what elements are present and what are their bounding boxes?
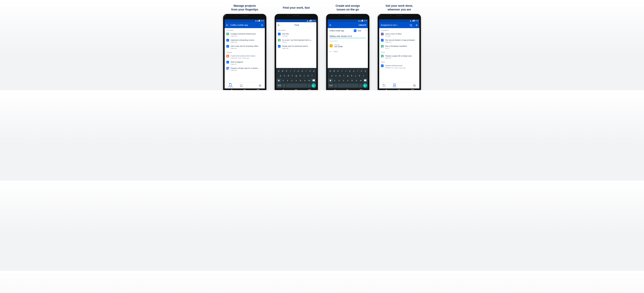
- key-p[interactable]: p0: [312, 69, 316, 73]
- issue-row[interactable]: Implement onboarding screensCMA-218: [225, 38, 265, 44]
- key-v[interactable]: v: [346, 79, 350, 82]
- description-input[interactable]: Description: [330, 40, 366, 42]
- issue-row[interactable]: Plan a Himalayan expeditionYETI-7: [379, 44, 419, 50]
- key-period[interactable]: .: [359, 84, 362, 87]
- key-b[interactable]: b: [350, 79, 354, 82]
- key-backspace[interactable]: [312, 79, 316, 82]
- add-icon[interactable]: [261, 24, 263, 26]
- clear-icon[interactable]: ×: [313, 24, 315, 27]
- key-j[interactable]: j: [354, 74, 358, 78]
- key-g[interactable]: g: [294, 74, 298, 78]
- key-j[interactable]: j: [302, 74, 306, 78]
- key-v[interactable]: v: [294, 79, 298, 82]
- key-f[interactable]: f: [342, 74, 346, 78]
- android-recent[interactable]: [308, 89, 311, 90]
- issue-row[interactable]: Write a blogpostCMA-211: [225, 60, 265, 66]
- issue-row[interactable]: Footer text contains inline stylesCMA-20…: [225, 54, 265, 60]
- key-h[interactable]: h: [298, 74, 302, 78]
- key-e[interactable]: e3: [284, 69, 288, 73]
- key-symbols[interactable]: ?123: [328, 84, 333, 87]
- key-q[interactable]: q1: [328, 69, 332, 73]
- key-i[interactable]: i8: [304, 69, 308, 73]
- nav-notifications[interactable]: [404, 85, 406, 87]
- key-a[interactable]: a: [330, 74, 334, 78]
- key-m[interactable]: m: [307, 79, 312, 82]
- search-input[interactable]: Find: [282, 24, 312, 26]
- key-r[interactable]: r4: [340, 69, 344, 73]
- key-t[interactable]: t5: [344, 69, 348, 73]
- nav-projects[interactable]: Projects: [228, 84, 233, 88]
- search-icon[interactable]: [410, 24, 412, 26]
- key-q[interactable]: q1: [277, 69, 280, 73]
- key-backspace[interactable]: [363, 79, 367, 82]
- android-home[interactable]: [243, 89, 246, 90]
- key-x[interactable]: x: [286, 79, 290, 82]
- android-recent[interactable]: [360, 89, 362, 90]
- nav-profile[interactable]: [259, 85, 261, 87]
- add-icon[interactable]: [416, 24, 418, 26]
- key-enter[interactable]: [363, 83, 367, 88]
- key-u[interactable]: u7: [352, 69, 356, 73]
- issue-row[interactable]: Add a map view for browsing coffee...CMA…: [225, 44, 265, 50]
- project-selector[interactable]: Coffee mobile app: [328, 28, 352, 33]
- key-d[interactable]: d: [286, 74, 290, 78]
- key-x[interactable]: x: [337, 79, 341, 82]
- key-shift[interactable]: [328, 79, 332, 82]
- keyboard[interactable]: q1w2e3r4t5y6u7i8o9p0 asdfghjkl zxcvbnm ?…: [328, 68, 368, 89]
- key-shift[interactable]: [277, 79, 281, 82]
- nav-issues[interactable]: Issues: [393, 84, 396, 88]
- issue-row[interactable]: ⚡Land a rover on MarsTIS-340: [379, 32, 419, 38]
- key-c[interactable]: c: [290, 79, 294, 82]
- issue-row[interactable]: Design spec for advanced searchCMA-199: [276, 44, 316, 50]
- key-f[interactable]: f: [290, 74, 294, 78]
- android-back[interactable]: [333, 89, 335, 90]
- key-n[interactable]: n: [354, 79, 359, 82]
- nav-issues[interactable]: [240, 85, 242, 87]
- create-button[interactable]: CREATE: [358, 24, 366, 26]
- key-u[interactable]: u7: [300, 69, 304, 73]
- key-space[interactable]: [338, 84, 358, 87]
- android-home[interactable]: [295, 89, 297, 90]
- key-z[interactable]: z: [332, 79, 337, 82]
- issue-row[interactable]: Find YetiYETI-82: [276, 32, 316, 38]
- key-comma[interactable]: ,: [334, 84, 337, 87]
- android-home[interactable]: [346, 89, 349, 90]
- android-back[interactable]: [282, 89, 284, 90]
- key-p[interactable]: p0: [364, 69, 367, 73]
- key-d[interactable]: d: [338, 74, 342, 78]
- key-e[interactable]: e3: [336, 69, 340, 73]
- issue-row[interactable]: Update website assetsSPTRM-710 · Done 3 …: [379, 64, 419, 70]
- close-icon[interactable]: [329, 24, 331, 26]
- key-w[interactable]: w2: [280, 69, 284, 73]
- key-space[interactable]: [286, 84, 307, 87]
- nav-profile[interactable]: [413, 85, 416, 87]
- key-l[interactable]: l: [362, 74, 366, 78]
- key-i[interactable]: i8: [356, 69, 360, 73]
- key-n[interactable]: n: [303, 79, 307, 82]
- back-icon[interactable]: [226, 24, 228, 26]
- filter-title[interactable]: Assigned to me: [381, 24, 408, 27]
- key-symbols[interactable]: ?123: [277, 84, 282, 87]
- key-period[interactable]: .: [308, 84, 311, 87]
- android-recent[interactable]: [412, 89, 414, 90]
- search-back-icon[interactable]: [278, 24, 280, 26]
- key-t[interactable]: t5: [292, 69, 296, 73]
- key-o[interactable]: o9: [360, 69, 363, 73]
- nav-notifications[interactable]: [250, 85, 252, 87]
- key-k[interactable]: k: [358, 74, 362, 78]
- key-w[interactable]: w2: [332, 69, 336, 73]
- key-a[interactable]: a: [278, 74, 282, 78]
- key-s[interactable]: s: [282, 74, 286, 78]
- issue-row[interactable]: Configure backend infrastructureCMA-214: [225, 32, 265, 38]
- key-g[interactable]: g: [346, 74, 350, 78]
- android-home[interactable]: [398, 89, 400, 90]
- key-enter[interactable]: [312, 83, 316, 88]
- key-c[interactable]: c: [341, 79, 346, 82]
- android-back[interactable]: [230, 89, 232, 90]
- key-y[interactable]: y6: [348, 69, 352, 73]
- reporter-field[interactable]: 🙂 ReporterAnn Smith: [328, 42, 368, 48]
- key-b[interactable]: b: [298, 79, 303, 82]
- key-h[interactable]: h: [350, 74, 354, 78]
- key-l[interactable]: l: [310, 74, 314, 78]
- nav-projects[interactable]: [383, 85, 385, 87]
